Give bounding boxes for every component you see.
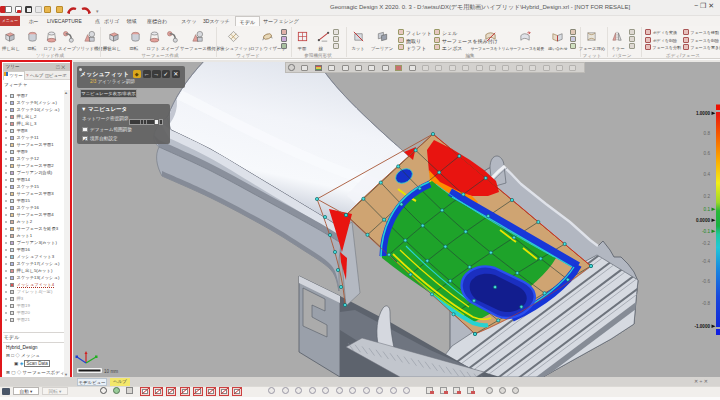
svg-text:-1.0000: -1.0000 [694,324,710,329]
svg-text:0.0000: 0.0000 [696,218,710,223]
svg-text:0.1: 0.1 [704,207,711,212]
svg-text:-0.8: -0.8 [702,301,710,306]
svg-text:0.2: 0.2 [704,194,711,199]
svg-text:0.8: 0.8 [704,131,711,136]
svg-text:1.0000: 1.0000 [696,111,710,116]
svg-text:0.4: 0.4 [704,172,711,177]
svg-text:10 mm: 10 mm [104,369,118,374]
svg-text:0.6: 0.6 [704,151,711,156]
svg-text:-0.6: -0.6 [702,279,710,284]
svg-text:-0.4: -0.4 [702,259,710,264]
svg-text:-0.2: -0.2 [702,241,710,246]
svg-text:-0.1: -0.1 [702,229,710,234]
